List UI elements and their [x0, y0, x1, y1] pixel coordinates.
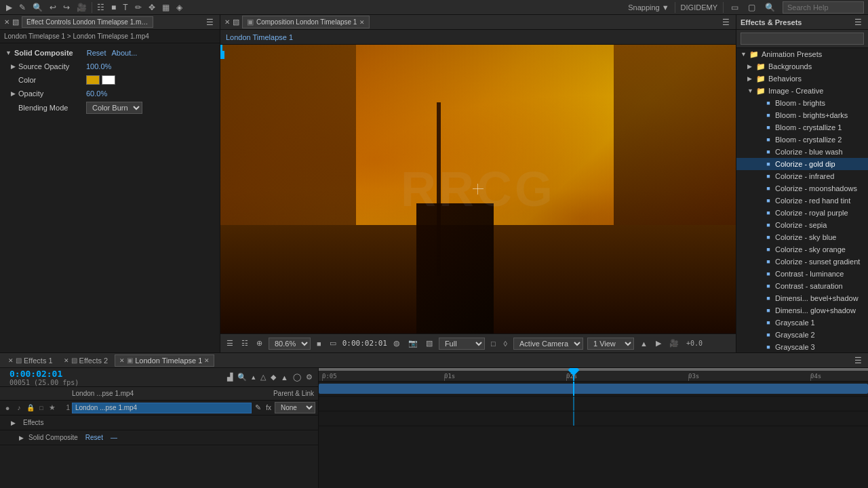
image-creative-folder[interactable]: ▼ 📁 Image - Creative [736, 85, 868, 97]
preset-grayscale-2[interactable]: ▶ ■ Grayscale 2 [736, 329, 868, 341]
viewer-alpha-icon[interactable]: ▧ [424, 338, 435, 348]
shape-tool[interactable]: ■ [109, 2, 118, 13]
effects-search-input[interactable] [741, 33, 864, 45]
preset-bloom-brights[interactable]: ▶ ■ Bloom - brights [736, 97, 868, 109]
layer-parent-select[interactable]: None [275, 402, 315, 413]
color-swatch[interactable] [86, 75, 100, 85]
preset-colorize-sky-blue[interactable]: ▶ ■ Colorize - sky blue [736, 231, 868, 243]
undo-button[interactable]: ↩ [47, 2, 58, 13]
zoom-dropdown[interactable]: 80.6% 100% 50% [269, 338, 311, 350]
viewer-3d-icon[interactable]: ◊ [502, 339, 509, 348]
viewer-camera-icon[interactable]: ◍ [391, 338, 402, 348]
animation-presets-folder[interactable]: ▼ 📁 Animation Presets [736, 48, 868, 60]
puppet-tool[interactable]: ◈ [174, 2, 184, 13]
source-opacity-expand[interactable]: ▶ [11, 63, 16, 70]
panel-menu-icon[interactable]: ☰ [204, 17, 216, 28]
search-magnifier-icon[interactable]: 🔍 [763, 2, 777, 13]
preset-grayscale-1[interactable]: ▶ ■ Grayscale 1 [736, 317, 868, 329]
viewer-fit-icon[interactable]: ■ [315, 339, 323, 348]
view-dropdown[interactable]: 1 View 2 Views 4 Views [587, 338, 634, 350]
preset-colorize-red-hand-tint[interactable]: ▶ ■ Colorize - red hand tint [736, 195, 868, 207]
blending-mode-select[interactable]: Color Burn Normal Multiply Screen Overla… [86, 102, 142, 114]
tl-settings[interactable]: ⚙ [304, 372, 314, 382]
tl-attach[interactable]: ◯ [292, 372, 302, 382]
solid-composite-reset[interactable]: Reset [85, 434, 103, 441]
preset-contrast-saturation[interactable]: ▶ ■ Contrast - saturation [736, 280, 868, 292]
viewer-live-icon[interactable]: 🎥 [667, 338, 681, 348]
backgrounds-folder[interactable]: ▶ 📁 Backgrounds [736, 60, 868, 73]
viewer-toggle-icon[interactable]: ▭ [328, 338, 338, 348]
preset-colorize-sky-orange[interactable]: ▶ ■ Colorize - sky orange [736, 243, 868, 256]
source-opacity-value[interactable]: 100.0% [86, 62, 111, 70]
tab3-close2[interactable]: ✕ [204, 357, 210, 364]
viewer-snapshot-icon[interactable]: 📷 [406, 338, 420, 348]
effect-controls-tab[interactable]: Effect Controls London Timelapse 1.mp4 [22, 16, 153, 28]
tl-search[interactable]: 🔍 [236, 372, 248, 382]
fx-expand[interactable]: ▶ [11, 420, 16, 426]
preset-colorize-moonshadows[interactable]: ▶ ■ Colorize - moonshadows [736, 182, 868, 195]
preset-colorize-sunset-gradient[interactable]: ▶ ■ Colorize - sunset gradient [736, 256, 868, 268]
pen-tool[interactable]: ✎ [17, 2, 28, 13]
comp-panel-menu[interactable]: ☰ [720, 17, 732, 28]
viewer-render-icon[interactable]: ▲ [638, 339, 650, 348]
preset-contrast-luminance[interactable]: ▶ ■ Contrast - luminance [736, 268, 868, 280]
layer-star[interactable]: ★ [47, 403, 57, 413]
preset-dimensi-glow[interactable]: ▶ ■ Dimensi... glow+shadow [736, 304, 868, 317]
zoom-tool[interactable]: 🔍 [31, 2, 45, 13]
viewer-menu-icon[interactable]: ☰ [224, 338, 235, 348]
preset-colorize-gold-dip[interactable]: ▶ ■ Colorize - gold dip [736, 158, 868, 170]
preset-bloom-crystallize1[interactable]: ▶ ■ Bloom - crystallize 1 [736, 121, 868, 134]
layer-name-box[interactable]: London ...pse 1.mp4 [72, 403, 252, 413]
composition-tab[interactable]: ▣ Composition London Timelapse 1 ✕ [242, 16, 370, 28]
panel-close-icon[interactable]: ✕ [4, 18, 9, 26]
reset-button[interactable]: Reset [87, 49, 106, 57]
tl-zoom-out[interactable]: ▟ [226, 372, 234, 382]
behaviors-arrow[interactable]: ▶ [747, 75, 754, 82]
grid-tool[interactable]: ☷ [95, 2, 106, 13]
text-tool[interactable]: T [121, 2, 130, 13]
eraser-tool[interactable]: ▦ [160, 2, 172, 13]
preset-colorize-infrared[interactable]: ▶ ■ Colorize - infrared [736, 170, 868, 182]
effects-panel-menu[interactable]: ☰ [852, 17, 864, 28]
layer-edit-icon[interactable]: ✎ [254, 403, 262, 413]
preset-colorize-blue-wash[interactable]: ▶ ■ Colorize - blue wash [736, 146, 868, 158]
tl-marker[interactable]: ◆ [269, 372, 277, 382]
visibility-toggle[interactable]: ● [3, 403, 12, 413]
redo-button[interactable]: ↪ [61, 2, 72, 13]
comp-close-icon[interactable]: ✕ [224, 18, 230, 26]
about-button[interactable]: About... [111, 49, 137, 57]
preset-colorize-royal-purple[interactable]: ▶ ■ Colorize - royal purple [736, 207, 868, 219]
comp-tab-close[interactable]: ✕ [359, 19, 365, 26]
opacity-expand[interactable]: ▶ [11, 90, 16, 97]
comp-name-label[interactable]: London Timelapse 1 [226, 33, 293, 41]
timeline-tab-effects1[interactable]: ✕ ▧ Effects 1 [4, 355, 57, 366]
tl-comment[interactable]: ▲ [279, 372, 290, 382]
track-bar-1[interactable] [319, 384, 868, 394]
layer-lock[interactable]: 🔒 [26, 403, 35, 413]
playhead[interactable] [573, 368, 574, 381]
monitor2-icon[interactable]: ▢ [746, 2, 757, 13]
clone-tool[interactable]: ✥ [146, 2, 157, 13]
preset-colorize-sepia[interactable]: ▶ ■ Colorize - sepia [736, 219, 868, 231]
camera-tool[interactable]: 🎥 [75, 2, 89, 13]
viewer-zoom-icon[interactable]: ⊕ [254, 338, 264, 348]
opacity-value[interactable]: 60.0% [86, 89, 107, 98]
layer-fx-btn[interactable]: fx [264, 403, 273, 412]
audio-toggle[interactable]: ♪ [14, 403, 24, 413]
arrow-tool[interactable]: ▶ [4, 2, 14, 13]
backgrounds-arrow[interactable]: ▶ [747, 63, 754, 70]
animation-presets-arrow[interactable]: ▼ [741, 51, 747, 58]
tl-graph[interactable]: ▴ [250, 372, 257, 382]
tab3-close-icon[interactable]: ✕ [119, 357, 125, 364]
viewer-export-icon[interactable]: ▶ [654, 338, 663, 348]
viewer-region-icon[interactable]: □ [489, 339, 498, 348]
preset-grayscale-3[interactable]: ▶ ■ Grayscale 3 [736, 341, 868, 352]
behaviors-folder[interactable]: ▶ 📁 Behaviors [736, 73, 868, 85]
tab-close-icon[interactable]: ✕ [8, 357, 14, 364]
color-swatch-white[interactable] [102, 75, 115, 85]
viewer-grid-icon[interactable]: ☷ [239, 338, 250, 348]
tl-toggle[interactable]: △ [259, 372, 267, 382]
timeline-tab-london[interactable]: ✕ ▣ London Timelapse 1 ✕ [115, 354, 214, 367]
monitor-icon[interactable]: ▭ [729, 2, 741, 13]
timeline-tab-effects2[interactable]: ✕ ▧ Effects 2 [60, 355, 113, 366]
